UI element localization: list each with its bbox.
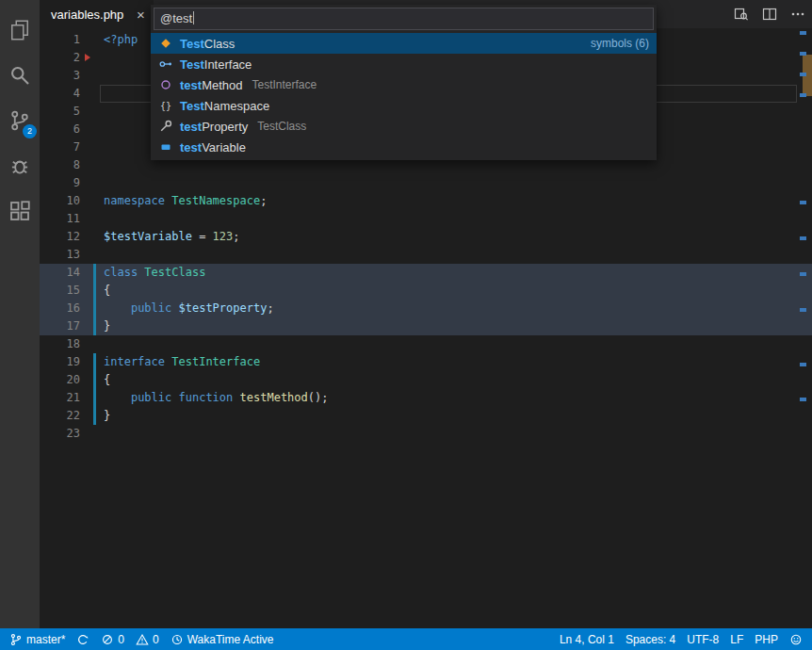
activity-bar-item-source-control[interactable]: 2 — [0, 98, 40, 143]
tab-label: variables.php — [51, 8, 123, 22]
code-line-17: 17} — [40, 317, 812, 335]
line-number[interactable]: 13 — [40, 246, 80, 264]
overview-match-mark — [800, 308, 806, 312]
line-number[interactable]: 20 — [40, 371, 80, 389]
token: public — [131, 391, 171, 404]
status-bar-right: Ln 4, Col 1Spaces: 4UTF-8LFPHP — [560, 628, 803, 650]
line-number[interactable]: 9 — [40, 174, 80, 192]
line-number[interactable]: 18 — [40, 335, 80, 353]
editor-tab[interactable]: variables.php × — [40, 0, 154, 28]
line-number[interactable]: 15 — [40, 282, 80, 300]
property-icon — [158, 119, 173, 134]
line-number[interactable]: 8 — [40, 156, 80, 174]
line-number[interactable]: 12 — [40, 228, 80, 246]
error-icon — [101, 633, 114, 646]
more-actions-button[interactable] — [789, 6, 806, 23]
line-code[interactable]: { — [104, 371, 110, 389]
token — [171, 391, 178, 404]
line-number[interactable]: 3 — [40, 67, 80, 85]
result-label-match: test — [180, 140, 202, 154]
line-number[interactable]: 7 — [40, 138, 80, 156]
line-number[interactable]: 22 — [40, 407, 80, 425]
line-code[interactable]: interface TestInterface — [104, 353, 260, 371]
status-eol-label: LF — [730, 633, 743, 646]
line-number[interactable]: 1 — [40, 31, 80, 49]
status-warnings[interactable]: 0 — [136, 628, 159, 650]
token: $testProperty — [179, 301, 268, 315]
activity-bar-item-debug[interactable] — [0, 143, 40, 188]
line-number[interactable]: 19 — [40, 353, 80, 371]
line-number[interactable]: 2 — [40, 49, 80, 67]
quick-open-result[interactable]: testPropertyTestClass — [151, 116, 657, 137]
warning-icon — [136, 633, 149, 646]
status-wakatime[interactable]: WakaTime Active — [171, 628, 274, 650]
status-indentation[interactable]: Spaces: 4 — [625, 628, 675, 650]
line-number[interactable]: 4 — [40, 85, 80, 103]
status-git-branch[interactable]: master* — [9, 628, 65, 650]
quick-open-results: TestClasssymbols (6)TestInterfacetestMet… — [151, 33, 657, 157]
activity-bar-item-explorer[interactable] — [0, 8, 40, 53]
line-number[interactable]: 21 — [40, 389, 80, 407]
code-line-23: 23 — [40, 425, 812, 443]
split-editor-button[interactable] — [761, 6, 778, 23]
line-number[interactable]: 17 — [40, 317, 80, 335]
line-number[interactable]: 14 — [40, 264, 80, 282]
overview-ruler[interactable] — [799, 28, 812, 628]
result-label: Namespace — [204, 99, 269, 113]
line-code[interactable]: class TestClass — [104, 264, 205, 282]
quick-open-result[interactable]: TestClasssymbols (6) — [151, 33, 657, 54]
line-number[interactable]: 10 — [40, 192, 80, 210]
line-code[interactable]: { — [104, 282, 110, 300]
line-number[interactable]: 6 — [40, 121, 80, 138]
line-code[interactable]: } — [104, 317, 110, 335]
overview-match-mark — [800, 93, 806, 97]
tab-close-icon[interactable]: × — [133, 7, 148, 23]
token: TestInterface — [171, 355, 260, 368]
code-line-9: 9 — [40, 174, 812, 192]
quick-open-result[interactable]: TestInterface — [151, 54, 657, 74]
line-code[interactable]: <?php — [104, 31, 138, 49]
line-code[interactable]: } — [104, 407, 110, 425]
code-line-10: 10namespace TestNamespace; — [40, 192, 812, 210]
activity-bar-item-search[interactable] — [0, 53, 40, 98]
token: interface — [104, 355, 165, 368]
result-label: Property — [202, 120, 248, 134]
token: ; — [267, 301, 273, 315]
open-preview-button[interactable] — [733, 6, 750, 23]
line-code[interactable]: namespace TestNamespace; — [104, 192, 267, 210]
status-feedback[interactable] — [789, 628, 803, 650]
status-warnings-label: 0 — [153, 633, 159, 646]
quick-open-input[interactable]: @test — [154, 8, 654, 30]
code-line-15: 15{ — [40, 282, 812, 300]
activity-bar-item-extensions[interactable] — [0, 188, 40, 234]
overview-match-mark — [800, 398, 806, 401]
status-eol[interactable]: LF — [730, 628, 743, 650]
token: testMethod — [240, 391, 308, 404]
scm-badge: 2 — [23, 124, 37, 138]
status-errors[interactable]: 0 — [101, 628, 124, 650]
git-modified-indicator — [93, 282, 96, 300]
quick-open-result[interactable]: {}TestNamespace — [151, 95, 657, 116]
status-wakatime-label: WakaTime Active — [187, 633, 274, 646]
line-code[interactable]: public $testProperty; — [104, 300, 274, 317]
status-indentation-label: Spaces: 4 — [625, 633, 675, 646]
git-modified-indicator — [93, 300, 96, 317]
branch-small-icon — [9, 633, 23, 646]
line-number[interactable]: 5 — [40, 103, 80, 121]
code-line-18: 18 — [40, 335, 812, 353]
quick-open-result[interactable]: testMethodTestInterface — [151, 74, 657, 95]
line-code[interactable]: $testVariable = 123; — [104, 228, 240, 246]
status-language-mode[interactable]: PHP — [755, 628, 778, 650]
code-line-13: 13 — [40, 246, 812, 264]
line-number[interactable]: 23 — [40, 425, 80, 443]
line-code[interactable]: public function testMethod(); — [104, 389, 328, 407]
line-number[interactable]: 16 — [40, 300, 80, 317]
token: $testVariable — [104, 230, 192, 243]
status-cursor-position[interactable]: Ln 4, Col 1 — [560, 628, 614, 650]
status-cursor-position-label: Ln 4, Col 1 — [560, 633, 614, 646]
quick-open-result[interactable]: testVariable — [151, 137, 657, 157]
status-encoding[interactable]: UTF-8 — [687, 628, 719, 650]
line-number[interactable]: 11 — [40, 210, 80, 228]
status-sync[interactable] — [76, 628, 89, 650]
preview-icon — [734, 7, 749, 22]
